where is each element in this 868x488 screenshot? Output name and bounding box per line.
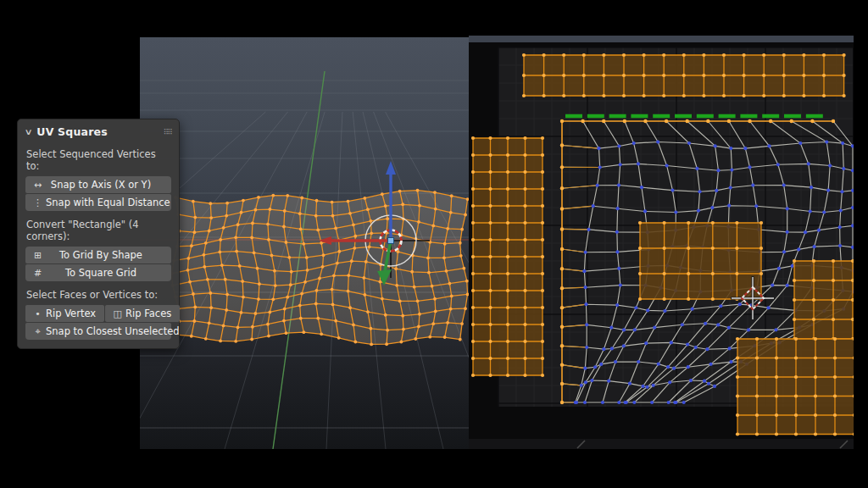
snap-closest-unselected-button[interactable]: ⌖ Snap to Closest Unselected xyxy=(25,323,171,340)
arrows-horizontal-icon: ↔ xyxy=(31,180,45,191)
image-grid-icon: ⊞ xyxy=(31,250,45,261)
snap-target-icon: ⌖ xyxy=(31,326,45,337)
rip-vertex-button[interactable]: • Rip Vertex xyxy=(25,305,104,322)
to-grid-by-shape-button[interactable]: ⊞ To Grid By Shape xyxy=(25,247,171,263)
snap-to-axis-button[interactable]: ↔ Snap to Axis (X or Y) xyxy=(25,176,171,193)
button-label: To Square Grid xyxy=(46,267,166,279)
button-label: Snap with Equal Distance xyxy=(46,197,181,208)
section-label-faces-vertices: Select Faces or Vertices to: xyxy=(26,289,170,301)
button-label: Rip Faces xyxy=(125,308,175,319)
rip-faces-button[interactable]: ◫ Rip Faces xyxy=(105,305,180,322)
uv-editor[interactable] xyxy=(469,36,854,449)
button-label: To Grid By Shape xyxy=(46,249,166,261)
snap-equal-distance-button[interactable]: ⋮ Snap with Equal Distance xyxy=(25,194,171,211)
vertex-dot-icon: • xyxy=(31,308,45,319)
button-label: Snap to Axis (X or Y) xyxy=(46,179,166,191)
section-label-sequenced-vertices: Select Sequenced Vertices to: xyxy=(26,148,170,172)
section-label-convert-rectangle: Convert "Rectangle" (4 corners): xyxy=(26,219,170,242)
panel-header[interactable]: ∨ UV Squares ⠿⠿ xyxy=(25,124,171,141)
uv-editor-scene xyxy=(469,36,854,449)
uv-squares-panel: ∨ UV Squares ⠿⠿ Select Sequenced Vertice… xyxy=(17,119,180,349)
3d-viewport-scene xyxy=(140,37,469,449)
faces-icon: ◫ xyxy=(110,308,125,319)
panel-title: UV Squares xyxy=(36,125,108,138)
chevron-down-icon[interactable]: ∨ xyxy=(25,127,33,136)
button-label: Rip Vertex xyxy=(46,308,99,319)
square-grid-icon: # xyxy=(31,268,45,279)
to-square-grid-button[interactable]: # To Square Grid xyxy=(25,264,171,281)
dots-vertical-icon: ⋮ xyxy=(31,197,45,208)
3d-viewport[interactable] xyxy=(140,37,469,449)
button-label: Snap to Closest Unselected xyxy=(46,325,190,337)
drag-grip-icon[interactable]: ⠿⠿ xyxy=(164,128,171,136)
